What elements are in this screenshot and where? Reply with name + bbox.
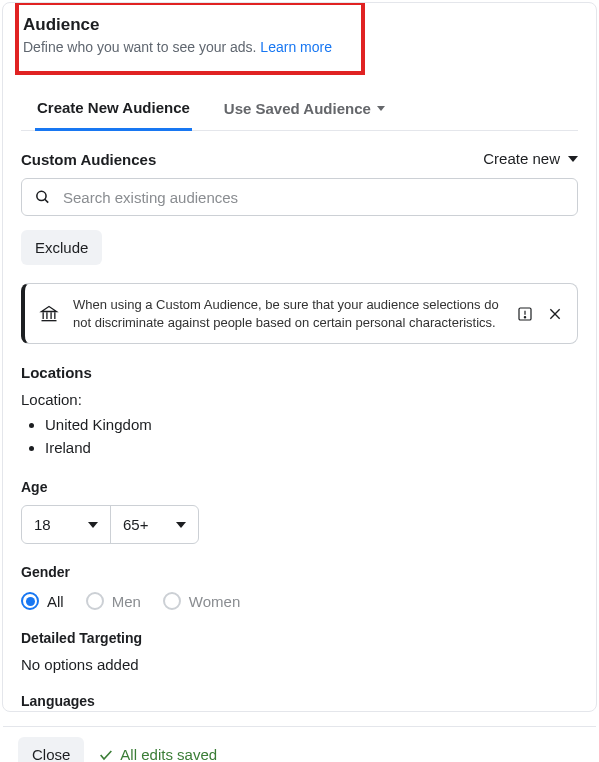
svg-point-10 [524,316,525,317]
save-status: All edits saved [98,746,217,762]
gender-option-all[interactable]: All [21,592,64,610]
bank-icon [39,304,59,324]
notice-text: When using a Custom Audience, be sure th… [73,296,503,331]
age-min-value: 18 [34,516,51,533]
gender-label: Gender [21,564,578,580]
age-max-value: 65+ [123,516,148,533]
age-min-select[interactable]: 18 [22,506,110,543]
gender-men-label: Men [112,593,141,610]
locations-block: Location: United Kingdom Ireland [21,391,578,459]
subtitle-text: Define who you want to see your ads. [23,39,260,55]
gender-option-men[interactable]: Men [86,592,141,610]
svg-point-0 [37,191,46,200]
radio-icon [21,592,39,610]
search-audiences-input[interactable] [63,189,565,206]
save-status-text: All edits saved [120,746,217,762]
search-icon [34,188,51,206]
chevron-down-icon [88,522,98,528]
svg-marker-2 [42,306,57,311]
location-subheader: Location: [21,391,578,408]
create-new-label: Create new [483,150,560,167]
chevron-down-icon [568,156,578,162]
audience-header-highlight: Audience Define who you want to see your… [15,2,365,75]
gender-all-label: All [47,593,64,610]
locations-label: Locations [21,364,578,381]
info-warning-icon[interactable] [517,306,533,322]
radio-icon [163,592,181,610]
tab-use-saved-audience[interactable]: Use Saved Audience [222,89,387,130]
gender-option-women[interactable]: Women [163,592,240,610]
custom-audience-notice: When using a Custom Audience, be sure th… [21,283,578,344]
gender-options: All Men Women [21,592,578,610]
tab-saved-label: Use Saved Audience [224,100,371,117]
section-subtitle: Define who you want to see your ads. Lea… [23,39,347,55]
search-audiences-input-wrap[interactable] [21,178,578,216]
footer-bar: Close All edits saved [0,727,599,762]
audience-tabs: Create New Audience Use Saved Audience [21,89,578,131]
age-max-select[interactable]: 65+ [110,506,198,543]
exclude-button[interactable]: Exclude [21,230,102,265]
tab-create-new-audience[interactable]: Create New Audience [35,89,192,131]
gender-women-label: Women [189,593,240,610]
location-item: Ireland [45,437,578,460]
svg-line-1 [45,199,48,202]
age-range-selector: 18 65+ [21,505,199,544]
custom-audiences-label: Custom Audiences [21,151,156,168]
close-button[interactable]: Close [18,737,84,762]
learn-more-link[interactable]: Learn more [260,39,332,55]
radio-icon [86,592,104,610]
section-title: Audience [23,15,347,35]
detailed-targeting-label: Detailed Targeting [21,630,578,646]
location-item: United Kingdom [45,414,578,437]
chevron-down-icon [176,522,186,528]
detailed-targeting-value: No options added [21,656,578,673]
check-icon [98,747,114,763]
audience-panel: Audience Define who you want to see your… [2,2,597,712]
languages-label: Languages [21,693,578,709]
chevron-down-icon [377,106,385,111]
close-icon[interactable] [547,306,563,322]
create-new-audience-button[interactable]: Create new [483,150,578,167]
tab-create-label: Create New Audience [37,99,190,116]
age-label: Age [21,479,578,495]
